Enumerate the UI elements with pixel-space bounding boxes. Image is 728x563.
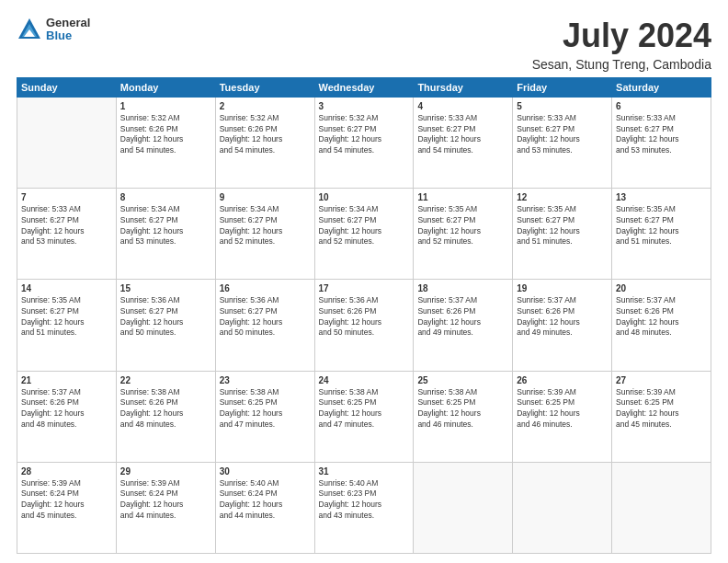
day-number: 30 [220, 465, 311, 477]
day-info: Sunrise: 5:38 AMSunset: 6:25 PMDaylight:… [319, 387, 382, 429]
day-number: 5 [517, 100, 608, 112]
week-row-1: 1Sunrise: 5:32 AMSunset: 6:26 PMDaylight… [17, 98, 711, 189]
calendar-header: SundayMondayTuesdayWednesdayThursdayFrid… [17, 78, 711, 98]
page: General Blue July 2024 Sesan, Stung Tren… [0, 0, 728, 563]
week-row-3: 14Sunrise: 5:35 AMSunset: 6:27 PMDayligh… [17, 280, 711, 371]
day-number: 14 [21, 282, 112, 294]
day-cell: 22Sunrise: 5:38 AMSunset: 6:26 PMDayligh… [116, 371, 215, 462]
day-info: Sunrise: 5:32 AMSunset: 6:26 PMDaylight:… [220, 113, 283, 155]
day-cell: 10Sunrise: 5:34 AMSunset: 6:27 PMDayligh… [314, 189, 414, 280]
day-number: 1 [120, 100, 211, 112]
day-of-week-monday: Monday [116, 78, 215, 98]
day-number: 10 [319, 191, 410, 203]
day-number: 4 [417, 100, 508, 112]
day-number: 8 [120, 191, 211, 203]
day-info: Sunrise: 5:35 AMSunset: 6:27 PMDaylight:… [417, 204, 481, 246]
day-number: 26 [517, 374, 608, 386]
day-info: Sunrise: 5:40 AMSunset: 6:24 PMDaylight:… [220, 478, 283, 520]
day-info: Sunrise: 5:33 AMSunset: 6:27 PMDaylight:… [417, 113, 481, 155]
day-of-week-sunday: Sunday [17, 78, 117, 98]
day-info: Sunrise: 5:34 AMSunset: 6:27 PMDaylight:… [120, 204, 184, 246]
day-cell: 9Sunrise: 5:34 AMSunset: 6:27 PMDaylight… [215, 189, 314, 280]
day-cell: 7Sunrise: 5:33 AMSunset: 6:27 PMDaylight… [17, 189, 117, 280]
day-number: 19 [517, 282, 608, 294]
day-info: Sunrise: 5:39 AMSunset: 6:25 PMDaylight:… [616, 387, 679, 429]
logo: General Blue [17, 17, 90, 43]
day-info: Sunrise: 5:39 AMSunset: 6:24 PMDaylight:… [120, 478, 184, 520]
day-info: Sunrise: 5:40 AMSunset: 6:23 PMDaylight:… [319, 478, 382, 520]
day-cell: 26Sunrise: 5:39 AMSunset: 6:25 PMDayligh… [513, 371, 612, 462]
days-of-week-row: SundayMondayTuesdayWednesdayThursdayFrid… [17, 78, 711, 98]
day-cell: 6Sunrise: 5:33 AMSunset: 6:27 PMDaylight… [612, 98, 711, 189]
day-number: 25 [417, 374, 508, 386]
day-cell: 31Sunrise: 5:40 AMSunset: 6:23 PMDayligh… [314, 462, 414, 553]
day-cell: 20Sunrise: 5:37 AMSunset: 6:26 PMDayligh… [612, 280, 711, 371]
day-of-week-wednesday: Wednesday [314, 78, 414, 98]
day-info: Sunrise: 5:35 AMSunset: 6:27 PMDaylight:… [517, 204, 580, 246]
day-info: Sunrise: 5:33 AMSunset: 6:27 PMDaylight:… [517, 113, 580, 155]
day-of-week-tuesday: Tuesday [215, 78, 314, 98]
day-number: 24 [319, 374, 410, 386]
day-info: Sunrise: 5:38 AMSunset: 6:25 PMDaylight:… [220, 387, 283, 429]
day-number: 20 [616, 282, 707, 294]
day-number: 12 [517, 191, 608, 203]
day-cell: 19Sunrise: 5:37 AMSunset: 6:26 PMDayligh… [513, 280, 612, 371]
day-info: Sunrise: 5:37 AMSunset: 6:26 PMDaylight:… [517, 295, 580, 337]
day-number: 22 [120, 374, 211, 386]
day-number: 3 [319, 100, 410, 112]
day-cell [612, 462, 711, 553]
day-cell: 23Sunrise: 5:38 AMSunset: 6:25 PMDayligh… [215, 371, 314, 462]
day-info: Sunrise: 5:39 AMSunset: 6:24 PMDaylight:… [21, 478, 85, 520]
day-cell: 14Sunrise: 5:35 AMSunset: 6:27 PMDayligh… [17, 280, 117, 371]
day-cell: 1Sunrise: 5:32 AMSunset: 6:26 PMDaylight… [116, 98, 215, 189]
day-number: 6 [616, 100, 707, 112]
logo-icon [17, 17, 42, 42]
day-of-week-thursday: Thursday [414, 78, 513, 98]
title-block: July 2024 Sesan, Stung Treng, Cambodia [532, 17, 711, 72]
day-number: 23 [220, 374, 311, 386]
day-info: Sunrise: 5:36 AMSunset: 6:27 PMDaylight:… [120, 295, 184, 337]
day-cell: 16Sunrise: 5:36 AMSunset: 6:27 PMDayligh… [215, 280, 314, 371]
day-cell: 29Sunrise: 5:39 AMSunset: 6:24 PMDayligh… [116, 462, 215, 553]
day-info: Sunrise: 5:34 AMSunset: 6:27 PMDaylight:… [319, 204, 382, 246]
day-cell: 13Sunrise: 5:35 AMSunset: 6:27 PMDayligh… [612, 189, 711, 280]
day-cell: 25Sunrise: 5:38 AMSunset: 6:25 PMDayligh… [414, 371, 513, 462]
header: General Blue July 2024 Sesan, Stung Tren… [17, 17, 711, 72]
day-cell [414, 462, 513, 553]
day-info: Sunrise: 5:37 AMSunset: 6:26 PMDaylight:… [417, 295, 481, 337]
day-cell: 5Sunrise: 5:33 AMSunset: 6:27 PMDaylight… [513, 98, 612, 189]
day-cell: 18Sunrise: 5:37 AMSunset: 6:26 PMDayligh… [414, 280, 513, 371]
day-number: 16 [220, 282, 311, 294]
subtitle: Sesan, Stung Treng, Cambodia [532, 57, 711, 72]
logo-blue: Blue [46, 29, 90, 42]
day-cell: 2Sunrise: 5:32 AMSunset: 6:26 PMDaylight… [215, 98, 314, 189]
day-info: Sunrise: 5:35 AMSunset: 6:27 PMDaylight:… [21, 295, 85, 337]
day-number: 13 [616, 191, 707, 203]
day-number: 11 [417, 191, 508, 203]
week-row-2: 7Sunrise: 5:33 AMSunset: 6:27 PMDaylight… [17, 189, 711, 280]
day-cell: 21Sunrise: 5:37 AMSunset: 6:26 PMDayligh… [17, 371, 117, 462]
day-info: Sunrise: 5:32 AMSunset: 6:26 PMDaylight:… [120, 113, 184, 155]
day-number: 28 [21, 465, 112, 477]
day-info: Sunrise: 5:33 AMSunset: 6:27 PMDaylight:… [21, 204, 85, 246]
day-info: Sunrise: 5:38 AMSunset: 6:25 PMDaylight:… [417, 387, 481, 429]
day-cell: 11Sunrise: 5:35 AMSunset: 6:27 PMDayligh… [414, 189, 513, 280]
day-number: 29 [120, 465, 211, 477]
day-info: Sunrise: 5:36 AMSunset: 6:26 PMDaylight:… [319, 295, 382, 337]
day-info: Sunrise: 5:37 AMSunset: 6:26 PMDaylight:… [616, 295, 679, 337]
day-info: Sunrise: 5:39 AMSunset: 6:25 PMDaylight:… [517, 387, 580, 429]
day-cell: 3Sunrise: 5:32 AMSunset: 6:27 PMDaylight… [314, 98, 414, 189]
calendar: SundayMondayTuesdayWednesdayThursdayFrid… [17, 77, 711, 554]
day-of-week-saturday: Saturday [612, 78, 711, 98]
day-number: 7 [21, 191, 112, 203]
day-cell: 8Sunrise: 5:34 AMSunset: 6:27 PMDaylight… [116, 189, 215, 280]
day-number: 21 [21, 374, 112, 386]
day-cell: 15Sunrise: 5:36 AMSunset: 6:27 PMDayligh… [116, 280, 215, 371]
day-number: 2 [220, 100, 311, 112]
day-number: 15 [120, 282, 211, 294]
day-number: 31 [319, 465, 410, 477]
day-number: 9 [220, 191, 311, 203]
day-cell: 30Sunrise: 5:40 AMSunset: 6:24 PMDayligh… [215, 462, 314, 553]
day-number: 27 [616, 374, 707, 386]
day-cell [513, 462, 612, 553]
